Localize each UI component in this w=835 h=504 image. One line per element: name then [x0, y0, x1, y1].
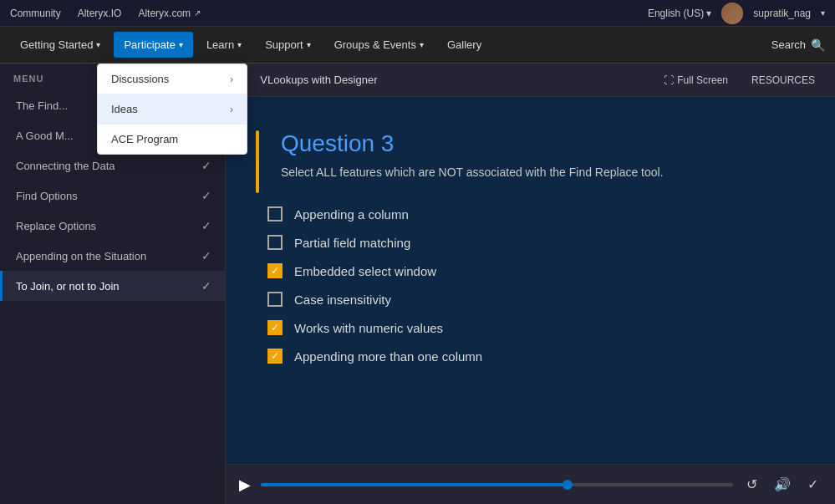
check-icon: ✓: [201, 219, 211, 232]
chevron-down-icon: ▾: [237, 40, 242, 49]
video-title: ≡ VLookups with Designer: [239, 73, 378, 88]
chevron-down-icon: ▾: [179, 40, 183, 49]
sidebar-item-appending-situation[interactable]: Appending on the Situation ✓: [0, 241, 225, 271]
quiz-option-3[interactable]: ✓ Embedded select window: [267, 263, 793, 278]
check-icon: ✓: [201, 279, 211, 293]
check-icon: ✓: [201, 189, 211, 202]
alteryx-io-link[interactable]: Alteryx.IO: [78, 8, 122, 19]
language-selector[interactable]: English (US) ▾: [648, 8, 711, 19]
chevron-down-icon: ▾: [307, 40, 311, 49]
quiz-option-1[interactable]: Appending a column: [267, 206, 793, 221]
chevron-down-icon: ▾: [420, 40, 424, 49]
progress-fill: [261, 483, 568, 486]
quiz-option-5[interactable]: ✓ Works with numeric values: [267, 320, 793, 335]
sidebar-item-to-join[interactable]: To Join, or not to Join ✓: [0, 271, 225, 301]
quiz-option-4[interactable]: Case insensitivity: [267, 292, 793, 307]
checkbox-opt-3[interactable]: ✓: [267, 263, 283, 278]
progress-bar[interactable]: [261, 483, 733, 486]
check-icon: ✓: [201, 159, 211, 172]
user-avatar[interactable]: [721, 3, 743, 24]
sidebar-item-replace-options[interactable]: Replace Options ✓: [0, 211, 225, 241]
sidebar-item-find-options[interactable]: Find Options ✓: [0, 181, 225, 211]
checkbox-opt-4[interactable]: [267, 292, 283, 307]
check-icon: ✓: [201, 249, 211, 262]
dropdown-discussions[interactable]: Discussions ›: [98, 64, 247, 94]
quiz-option-2[interactable]: Partial field matching: [267, 235, 793, 250]
reload-button[interactable]: ↺: [743, 473, 761, 496]
nav-participate[interactable]: Participate ▾: [114, 32, 192, 58]
quiz-options: Appending a column Partial field matchin…: [267, 206, 793, 364]
nav-getting-started[interactable]: Getting Started ▾: [10, 32, 110, 58]
content-area: ≡ VLookups with Designer ⛶ Full Screen R…: [226, 64, 835, 504]
checkbox-opt-6[interactable]: ✓: [267, 349, 283, 364]
dropdown-ace-program[interactable]: ACE Program: [98, 125, 247, 154]
question-text: Select ALL features which are NOT associ…: [281, 164, 793, 181]
sidebar-item-connecting-data[interactable]: Connecting the Data ✓: [0, 150, 225, 181]
question-border-accent: [256, 130, 259, 193]
question-number: Question 3: [281, 130, 793, 157]
participate-dropdown: Discussions › Ideas › ACE Program: [97, 64, 247, 155]
video-header-right: ⛶ Full Screen RESOURCES: [657, 71, 822, 89]
alteryx-com-link[interactable]: Alteryx.com ↗: [138, 8, 201, 19]
checkbox-opt-5[interactable]: ✓: [267, 320, 283, 335]
nav-bar: Getting Started ▾ Participate ▾ Learn ▾ …: [0, 27, 835, 64]
arrow-right-icon: ›: [230, 74, 233, 85]
progress-thumb: [563, 480, 573, 490]
resources-button[interactable]: RESOURCES: [745, 71, 822, 89]
play-button[interactable]: ▶: [239, 476, 251, 494]
quiz-option-6[interactable]: ✓ Appending more than one column: [267, 349, 793, 364]
video-controls: ▶ ↺ 🔊 ✓: [226, 464, 835, 504]
community-link[interactable]: Community: [10, 8, 61, 19]
chevron-down-icon: ▾: [96, 40, 100, 49]
check-complete-button[interactable]: ✓: [804, 473, 822, 496]
username-label: supratik_nag: [753, 8, 811, 19]
nav-learn[interactable]: Learn ▾: [196, 32, 252, 58]
quiz-content: Question 3 Select ALL features which are…: [226, 97, 835, 464]
nav-support[interactable]: Support ▾: [255, 32, 321, 58]
arrow-right-icon: ›: [230, 104, 233, 115]
top-bar: Community Alteryx.IO Alteryx.com ↗ Engli…: [0, 0, 835, 27]
checkbox-opt-1[interactable]: [267, 206, 283, 221]
search-button[interactable]: Search 🔍: [771, 38, 825, 52]
nav-gallery[interactable]: Gallery: [437, 32, 491, 58]
fullscreen-icon: ⛶: [664, 74, 674, 86]
video-header: ≡ VLookups with Designer ⛶ Full Screen R…: [226, 64, 835, 97]
chevron-down-icon: ▾: [706, 8, 711, 19]
fullscreen-button[interactable]: ⛶ Full Screen: [657, 71, 735, 89]
search-icon: 🔍: [811, 38, 825, 52]
external-link-icon: ↗: [194, 8, 201, 18]
checkbox-opt-2[interactable]: [267, 235, 283, 250]
volume-button[interactable]: 🔊: [771, 473, 794, 496]
dropdown-ideas[interactable]: Ideas ›: [98, 94, 247, 124]
top-bar-right: English (US) ▾ supratik_nag ▾: [648, 3, 825, 24]
nav-groups-events[interactable]: Groups & Events ▾: [324, 32, 434, 58]
username-chevron-icon: ▾: [821, 8, 825, 18]
